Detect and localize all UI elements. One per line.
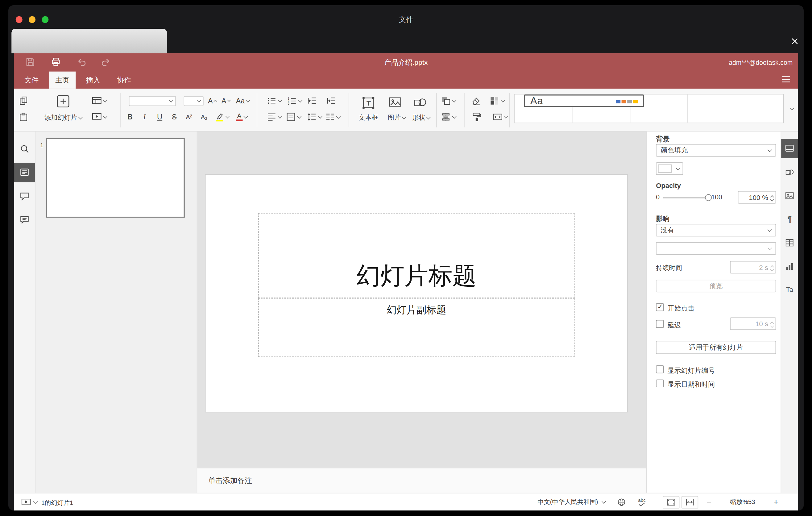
opacity-label: Opacity <box>656 182 681 190</box>
shape-settings-button[interactable] <box>785 168 794 177</box>
theme-preview-text: Aa <box>530 94 543 107</box>
columns-button[interactable] <box>325 112 340 122</box>
insert-textbox-button[interactable]: T <box>361 96 375 110</box>
bold-button[interactable]: B <box>127 113 133 121</box>
comment-icon <box>20 191 29 201</box>
document-language-button[interactable] <box>617 497 626 507</box>
italic-button[interactable]: I <box>143 113 146 121</box>
chart-settings-button[interactable] <box>785 261 794 271</box>
bullets-button[interactable] <box>266 96 282 106</box>
superscript-button[interactable]: A² <box>186 113 192 121</box>
paste-button[interactable] <box>18 112 29 122</box>
insert-image-label[interactable]: 图片 <box>388 114 406 122</box>
strikethrough-button[interactable]: S <box>172 113 177 121</box>
tab-insert[interactable]: 插入 <box>80 71 107 89</box>
subtitle-placeholder[interactable]: 幻灯片副标题 <box>258 298 575 357</box>
subscript-button[interactable]: A₂ <box>201 113 207 121</box>
start-on-click-label: 开始点击 <box>667 304 694 313</box>
decrease-indent-button[interactable] <box>307 96 317 106</box>
language-selector[interactable]: 中文(中华人民共和国) <box>538 498 605 507</box>
theme-option-5[interactable] <box>688 94 783 122</box>
tab-file[interactable]: 文件 <box>18 71 45 89</box>
tab-home[interactable]: 主页 <box>49 71 76 89</box>
highlight-color-button[interactable] <box>214 112 229 122</box>
background-fill-select[interactable]: 颜色填充 <box>656 144 776 157</box>
notes-area[interactable]: 单击添加备注 <box>197 468 646 493</box>
copy-style-button[interactable] <box>471 112 482 122</box>
slide-size-button[interactable] <box>492 112 508 122</box>
change-case-button[interactable]: Aa <box>236 96 249 105</box>
zoom-out-button[interactable]: − <box>707 497 712 507</box>
color-scheme-button[interactable] <box>489 96 504 106</box>
preview-button[interactable]: 预览 <box>656 280 776 292</box>
insert-image-button[interactable] <box>388 96 402 109</box>
theme-color-chips <box>616 100 638 103</box>
apply-to-all-slides-button[interactable]: 适用于所有幻灯片 <box>656 341 776 354</box>
start-slideshow-status-button[interactable] <box>21 497 31 507</box>
align-shape-button[interactable] <box>440 112 456 122</box>
chat-button[interactable] <box>20 215 29 225</box>
show-datetime-checkbox[interactable] <box>656 380 664 387</box>
insert-textbox-label[interactable]: 文本框 <box>358 114 378 122</box>
arrange-shape-button[interactable] <box>440 96 456 106</box>
slideshow-options-chevron[interactable] <box>34 501 37 503</box>
background-color-picker[interactable] <box>656 162 683 175</box>
slide-subtitle-text[interactable]: 幻灯片副标题 <box>259 304 574 317</box>
slide-layout-button[interactable] <box>92 96 107 106</box>
search-button[interactable] <box>20 144 29 154</box>
zoom-in-button[interactable]: + <box>774 497 778 507</box>
decrease-font-button[interactable]: A <box>222 96 230 105</box>
insert-shape-button[interactable] <box>413 96 427 109</box>
numbering-button[interactable]: 123 <box>287 96 302 106</box>
slides-panel-button[interactable] <box>20 167 29 177</box>
font-size-combobox[interactable] <box>183 96 203 106</box>
paragraph-icon: ¶ <box>787 214 792 224</box>
start-on-click-checkbox[interactable] <box>656 304 664 311</box>
vertical-align-button[interactable] <box>286 112 301 122</box>
duration-spinner[interactable]: 2 s <box>730 261 776 274</box>
opacity-spinner[interactable]: 100 % <box>738 191 776 204</box>
paragraph-settings-button[interactable]: ¶ <box>787 214 792 224</box>
fit-slide-button[interactable] <box>663 496 679 509</box>
menu-button[interactable] <box>781 76 790 83</box>
textart-settings-button[interactable]: Ta <box>786 285 793 294</box>
spinner-arrows[interactable] <box>771 194 773 201</box>
increase-font-button[interactable]: A <box>208 96 217 105</box>
effect-type-select[interactable] <box>656 242 776 255</box>
font-color-button[interactable]: A <box>236 113 248 121</box>
dialog-close-button[interactable] <box>788 35 801 48</box>
spellcheck-button[interactable]: abc <box>638 498 646 507</box>
app-window: 文件 产品介绍.pptx adm***@ <box>8 5 804 511</box>
image-settings-button[interactable] <box>785 191 794 200</box>
delay-checkbox[interactable] <box>656 320 664 328</box>
fit-width-button[interactable] <box>682 496 698 509</box>
slide-settings-button[interactable] <box>785 144 794 153</box>
font-name-combobox[interactable] <box>129 96 176 106</box>
theme-gallery-expand-button[interactable] <box>787 94 798 123</box>
underline-button[interactable]: U <box>157 113 162 121</box>
title-placeholder[interactable]: 幻灯片标题 <box>258 213 575 298</box>
effect-select[interactable]: 没有 <box>656 224 776 237</box>
start-slideshow-button[interactable] <box>92 112 107 122</box>
delay-spinner[interactable]: 10 s <box>730 317 776 330</box>
increase-indent-button[interactable] <box>326 96 337 106</box>
slide-canvas[interactable]: 幻灯片标题 幻灯片副标题 <box>197 132 646 467</box>
table-settings-button[interactable] <box>785 238 794 247</box>
clear-style-button[interactable] <box>471 96 482 106</box>
slide-thumbnail-1[interactable] <box>46 138 185 218</box>
comments-button[interactable] <box>20 191 29 201</box>
slide-title-text[interactable]: 幻灯片标题 <box>259 260 574 292</box>
insert-shape-label[interactable]: 形状 <box>412 114 430 122</box>
add-slide-label[interactable]: 添加幻灯片 <box>45 114 82 122</box>
opacity-slider-knob[interactable] <box>705 194 712 201</box>
left-tool-strip <box>14 132 35 493</box>
theme-option-selected[interactable]: Aa <box>524 94 644 107</box>
line-spacing-button[interactable] <box>307 112 322 122</box>
show-slide-number-checkbox[interactable] <box>656 365 664 373</box>
horizontal-align-button[interactable] <box>266 112 282 122</box>
copy-button[interactable] <box>18 96 29 106</box>
tab-collaboration[interactable]: 协作 <box>111 71 137 89</box>
add-slide-button[interactable] <box>56 94 70 108</box>
opacity-slider-track[interactable] <box>663 197 708 198</box>
slide-editing-area[interactable]: 幻灯片标题 幻灯片副标题 <box>205 175 627 412</box>
